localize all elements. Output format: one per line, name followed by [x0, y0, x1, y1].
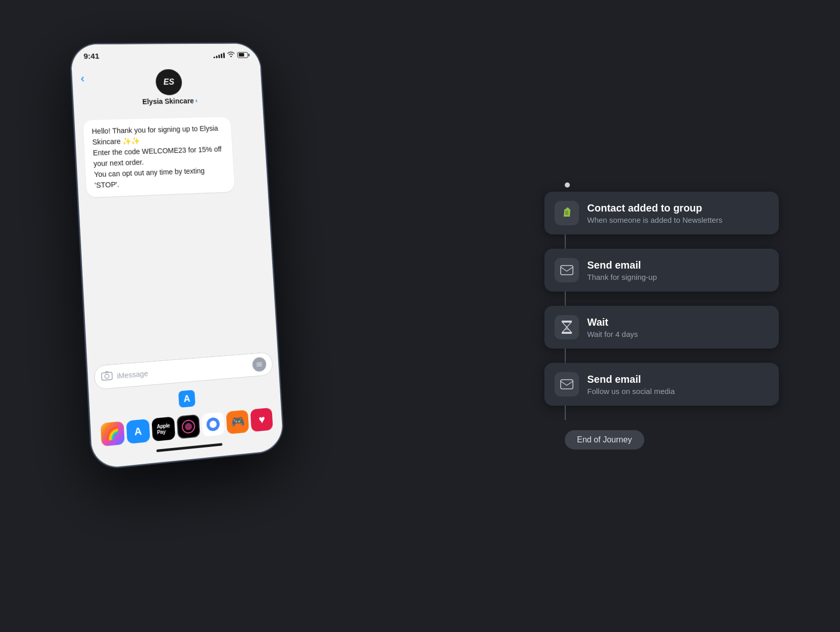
phone-content: 9:41	[70, 44, 283, 469]
connector-4	[565, 406, 566, 420]
email-icon-2	[560, 379, 573, 389]
svg-rect-9	[561, 266, 573, 275]
status-bar: 9:41	[84, 50, 248, 60]
card-send-email-1[interactable]: Send email Thank for signing-up	[544, 249, 779, 292]
camera-icon[interactable]	[101, 371, 113, 383]
email-icon-wrapper-1	[555, 258, 579, 282]
status-icons	[213, 51, 248, 59]
avatar: ES	[155, 69, 182, 95]
connector-2	[565, 292, 566, 306]
heart-app-icon[interactable]: ♥	[250, 408, 273, 432]
svg-point-3	[185, 423, 192, 431]
contact-name[interactable]: Elysia Skincare ›	[142, 97, 198, 106]
email-icon-wrapper-2	[555, 372, 579, 397]
card-contact-added[interactable]: Contact added to group When someone is a…	[544, 192, 779, 234]
scene: 9:41	[0, 0, 840, 632]
apple-pay-icon[interactable]: ApplePay	[151, 416, 175, 441]
svg-point-5	[211, 422, 216, 427]
status-time: 9:41	[84, 51, 99, 60]
imessage-placeholder[interactable]: iMessage	[117, 361, 249, 380]
card-2-subtitle: Thank for signing-up	[587, 273, 657, 281]
message-bubble: Hello! Thank you for signing up to Elysi…	[83, 117, 235, 197]
hourglass-icon	[561, 320, 573, 334]
card-send-email-2[interactable]: Send email Follow us on social media	[544, 363, 779, 406]
svg-rect-6	[565, 211, 568, 215]
card-4-text: Send email Follow us on social media	[587, 374, 675, 396]
connector-3	[565, 349, 566, 363]
shopify-icon-wrapper	[555, 201, 579, 225]
app-store-icon[interactable]: A	[178, 390, 196, 408]
hourglass-icon-wrapper	[555, 315, 579, 339]
svg-rect-12	[561, 380, 573, 389]
card-1-subtitle: When someone is added to Newsletters	[587, 216, 722, 224]
chrome-icon[interactable]	[201, 412, 225, 436]
iphone: 9:41	[69, 43, 284, 470]
svg-point-1	[104, 374, 109, 378]
voice-button[interactable]	[252, 357, 267, 372]
card-3-subtitle: Wait for 4 days	[587, 330, 638, 338]
top-connector-dot	[565, 182, 570, 188]
svg-rect-11	[562, 332, 572, 334]
message-text: Hello! Thank you for signing up to Elysi…	[92, 124, 222, 190]
circle-app-icon[interactable]	[177, 414, 200, 439]
card-2-title: Send email	[587, 259, 657, 271]
avatar-initials: ES	[163, 77, 174, 87]
svg-rect-0	[101, 372, 112, 380]
shopify-bag-icon	[559, 205, 574, 221]
phone-wrapper: 9:41	[69, 43, 284, 470]
card-1-title: Contact added to group	[587, 202, 722, 214]
messages-body: Hello! Thank you for signing up to Elysi…	[74, 109, 277, 362]
appstore-icon[interactable]: A	[126, 419, 150, 444]
end-of-journey-label: End of Journey	[577, 435, 632, 444]
status-bar-area: 9:41	[70, 44, 260, 70]
connector-1	[565, 234, 566, 249]
card-wait[interactable]: Wait Wait for 4 days	[544, 306, 779, 349]
card-1-text: Contact added to group When someone is a…	[587, 202, 722, 224]
svg-point-7	[566, 210, 567, 212]
card-3-text: Wait Wait for 4 days	[587, 317, 638, 338]
back-button[interactable]: ‹	[81, 72, 85, 85]
signal-icon	[213, 52, 225, 58]
workflow-area: Contact added to group When someone is a…	[544, 182, 789, 450]
svg-point-8	[567, 210, 568, 212]
email-icon-1	[560, 265, 573, 275]
chevron-right-icon: ›	[195, 97, 198, 104]
card-4-title: Send email	[587, 374, 675, 385]
card-4-subtitle: Follow us on social media	[587, 387, 675, 396]
battery-icon	[237, 52, 248, 58]
phone-bottom: iMessage A	[87, 347, 283, 469]
photos-app-icon[interactable]: 🌈	[100, 421, 125, 446]
end-of-journey-button: End of Journey	[565, 430, 644, 450]
wifi-icon	[227, 51, 235, 59]
card-2-text: Send email Thank for signing-up	[587, 259, 657, 281]
svg-rect-10	[562, 321, 572, 323]
game-icon[interactable]: 🎮	[226, 410, 249, 434]
card-3-title: Wait	[587, 317, 638, 328]
